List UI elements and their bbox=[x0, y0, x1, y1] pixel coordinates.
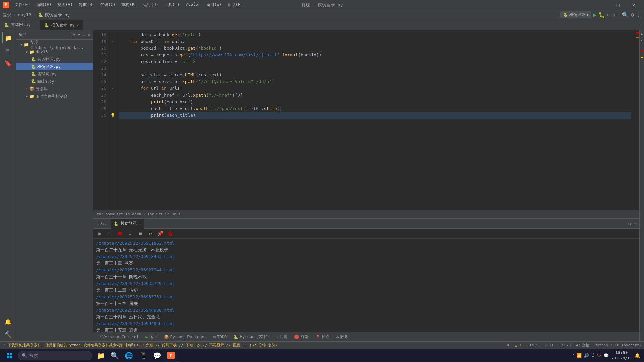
code-content[interactable]: data = book.get('data') for bookDict in … bbox=[116, 30, 635, 210]
breadcrumb-item-2[interactable]: for url in urls bbox=[147, 212, 180, 216]
run-button-bottom[interactable]: ▶ 运行 bbox=[143, 333, 160, 340]
wrap-icon[interactable]: ↩ bbox=[146, 230, 154, 238]
error-count[interactable]: ⚠ 4 bbox=[502, 343, 509, 347]
menu-run[interactable]: 运行(U) bbox=[140, 1, 161, 8]
sidebar-icon-build[interactable]: 🔨 bbox=[2, 328, 14, 341]
coverage-button[interactable]: ⊙ bbox=[607, 12, 610, 18]
search-icon[interactable]: 🔍 bbox=[622, 12, 629, 18]
problems-button[interactable]: ⚠ 问题 bbox=[273, 333, 290, 340]
tray-volume-icon[interactable]: 🔊 bbox=[584, 353, 589, 358]
tray-antivirus[interactable]: 🛡 bbox=[597, 353, 601, 358]
stop-icon[interactable]: ⏹ bbox=[116, 230, 124, 238]
tree-dots-icon[interactable]: ⋯ bbox=[83, 32, 85, 38]
terminal-close-icon[interactable]: ✕ bbox=[139, 221, 141, 226]
breakpoints-button[interactable]: 📍 插点 bbox=[313, 333, 332, 340]
menu-help[interactable]: 帮助(H) bbox=[225, 1, 246, 8]
python-console-button[interactable]: 🐍 Python 控制台 bbox=[231, 333, 272, 340]
run-button[interactable]: ▶ bbox=[593, 12, 597, 18]
tree-item-main[interactable]: 🐍 main.py bbox=[16, 78, 93, 85]
run-again-icon[interactable]: ▶ bbox=[96, 230, 104, 238]
tray-up-icon[interactable]: ⌃ bbox=[572, 353, 575, 358]
tree-item-temp[interactable]: ▸ 📁 临时文件和控制台 bbox=[16, 93, 93, 100]
svg-rect-3 bbox=[10, 356, 12, 358]
format-icon[interactable]: ≡ bbox=[136, 230, 144, 238]
terminal-button[interactable]: ⛔ 终端 bbox=[291, 333, 311, 340]
tree-item-youdao[interactable]: 🐍 有道翻译.py bbox=[16, 56, 93, 63]
line-ending[interactable]: CRLF bbox=[545, 343, 554, 347]
services-button[interactable]: ⚙ 服务 bbox=[334, 333, 351, 340]
terminal-tab[interactable]: 🐍 模仿登录 ✕ bbox=[111, 219, 144, 229]
breadcrumb-item-1[interactable]: for bookDict in data bbox=[97, 212, 141, 216]
taskbar-search[interactable]: 🔍 搜索 bbox=[18, 351, 92, 360]
collapse-all-icon[interactable]: ≡ bbox=[78, 32, 80, 38]
warning-marker bbox=[636, 37, 639, 38]
tray-lang[interactable]: 英 bbox=[591, 353, 595, 358]
taskbar-app-pycharm[interactable]: P bbox=[164, 349, 178, 362]
taskbar-app-chat[interactable]: 💬 bbox=[150, 349, 164, 362]
close-panel-icon[interactable]: ✕ bbox=[88, 32, 90, 38]
notification-icon[interactable]: 🔔 bbox=[634, 353, 640, 358]
scroll-down-icon[interactable]: ↓ bbox=[126, 230, 134, 238]
code-line-28: print(each_href) bbox=[119, 99, 631, 105]
tab-xuequwang[interactable]: 🐍 雪球网.py bbox=[0, 20, 40, 30]
sidebar-icon-bookmarks[interactable]: 🔖 bbox=[2, 57, 14, 69]
more-icon[interactable]: ⋮ bbox=[636, 12, 641, 18]
python-interpreter[interactable]: Python 3.10 (pycharm) bbox=[595, 343, 641, 347]
settings-icon[interactable]: ⚙ bbox=[631, 12, 634, 18]
indent-setting[interactable]: 4个空格 bbox=[576, 343, 589, 348]
cursor-position[interactable]: 1376:1 bbox=[527, 343, 540, 347]
tree-item-root[interactable]: ▾ 📁 复现 C:\Users\admin\Deskt... bbox=[16, 41, 93, 48]
taskbar-app-explorer[interactable]: 📁 bbox=[94, 349, 107, 362]
term-settings-icon[interactable]: ⚙ bbox=[628, 221, 631, 226]
menu-code[interactable]: 代码(C) bbox=[98, 1, 118, 8]
delete-icon[interactable]: 🗑 bbox=[166, 230, 174, 238]
sidebar-icon-notifications[interactable]: 🔔 bbox=[2, 316, 14, 328]
menu-refactor[interactable]: 重构(R) bbox=[119, 1, 140, 8]
pin-icon[interactable]: 📌 bbox=[156, 230, 164, 238]
close-button[interactable]: ✕ bbox=[626, 0, 641, 10]
sidebar-icon-project[interactable]: 📁 bbox=[2, 32, 14, 44]
menu-tools[interactable]: 工具(T) bbox=[162, 1, 182, 8]
scroll-top-button[interactable]: ▲ bbox=[640, 30, 644, 37]
statusbar-warning[interactable]: 下载预构建共享索引: 使用预构建的Python 软件包共享索引减少索引时间和 C… bbox=[8, 343, 277, 348]
run-config-dropdown[interactable]: 🐍 模仿登录 ▼ bbox=[560, 11, 591, 18]
maximize-button[interactable]: □ bbox=[610, 0, 626, 10]
code-editor[interactable]: 18 19 20 21 22 23 24 25 26 27 28 29 30 ▾ bbox=[93, 30, 639, 210]
tree-item-xuequwang[interactable]: 🐍 雪球网.py bbox=[16, 70, 93, 78]
tab-more-icon[interactable]: ⋮ bbox=[637, 22, 641, 28]
taskbar-app-app1[interactable]: 📱 bbox=[136, 349, 150, 362]
tree-item-external-libs[interactable]: ▸ 📦 外部库 bbox=[16, 85, 93, 93]
menu-window[interactable]: 窗口(W) bbox=[204, 1, 224, 8]
tab-close-icon[interactable]: ✕ bbox=[77, 23, 79, 27]
profile-button[interactable]: ⊛ bbox=[612, 12, 616, 18]
minimize-button[interactable]: ─ bbox=[595, 0, 610, 10]
terminal-content[interactable]: /chapter/2892512/36911862.html 第一百二十九章 无… bbox=[93, 239, 639, 332]
menu-view[interactable]: 视图(V) bbox=[55, 1, 75, 8]
tray-msg[interactable]: 💬 bbox=[603, 353, 609, 358]
version-control-button[interactable]: ⑂ Version Control bbox=[96, 334, 141, 340]
tab-mimeng[interactable]: 🐍 模仿登录.py ✕ bbox=[40, 20, 83, 30]
tree-item-mimeng[interactable]: 🐍 模仿登录.py bbox=[16, 63, 93, 70]
warning-count[interactable]: △ 1 bbox=[515, 343, 521, 347]
fold-arrow-19[interactable]: ▾ bbox=[110, 38, 116, 45]
fold-arrow-26[interactable]: ▾ bbox=[110, 85, 116, 92]
menu-file[interactable]: 文件(F) bbox=[12, 1, 33, 8]
debug-button[interactable]: 🐛 bbox=[598, 12, 605, 18]
scroll-bottom-button[interactable]: ▼ bbox=[640, 37, 644, 44]
time-display[interactable]: 15:59 2023/8/10 bbox=[611, 350, 632, 361]
bulb-marker[interactable]: 💡 bbox=[110, 112, 116, 119]
taskbar-app-search[interactable]: 🔍 bbox=[108, 349, 121, 362]
taskbar-app-chrome[interactable]: 🌐 bbox=[122, 349, 136, 362]
todo-button[interactable]: ☑ TODO bbox=[211, 334, 229, 340]
scroll-up-icon[interactable]: ↑ bbox=[106, 230, 114, 238]
sync-icon[interactable]: ⟳ bbox=[72, 32, 76, 38]
menu-edit[interactable]: 编辑(E) bbox=[34, 1, 54, 8]
start-button[interactable] bbox=[1, 349, 17, 362]
term-minimize-icon[interactable]: ─ bbox=[634, 221, 637, 226]
tray-network-icon[interactable]: 📶 bbox=[576, 353, 582, 358]
encoding[interactable]: UTF-8 bbox=[559, 343, 571, 347]
python-packages-button[interactable]: 📦 Python Packages bbox=[161, 334, 209, 340]
sidebar-icon-structure[interactable]: ≡ bbox=[2, 44, 14, 56]
menu-vcs[interactable]: VCS(S) bbox=[183, 1, 203, 8]
menu-nav[interactable]: 导航(N) bbox=[76, 1, 97, 8]
